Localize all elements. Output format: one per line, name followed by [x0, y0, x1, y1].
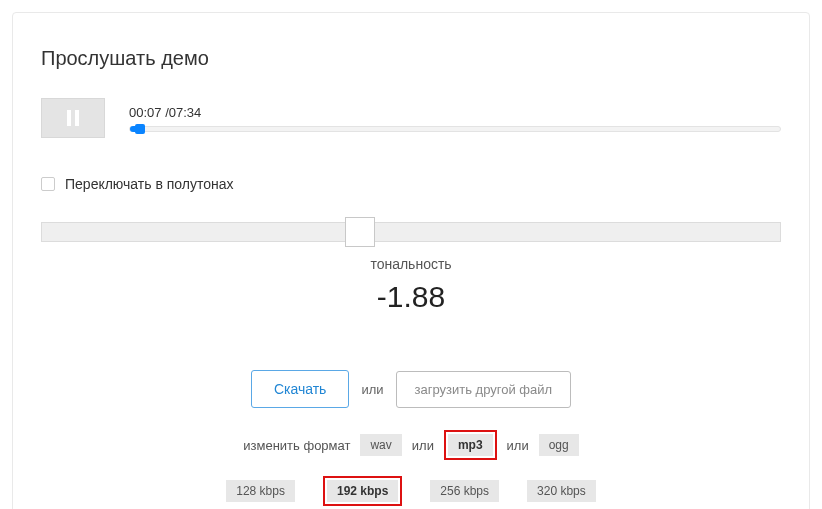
download-button[interactable]: Скачать: [251, 370, 350, 408]
audio-demo-card: Прослушать демо 00:07 /07:34 Переключать…: [12, 12, 810, 509]
time-current: 00:07: [129, 105, 162, 120]
pause-button[interactable]: [41, 98, 105, 138]
tone-value: -1.88: [41, 280, 781, 314]
time-display: 00:07 /07:34: [129, 105, 781, 120]
card-title: Прослушать демо: [41, 47, 781, 70]
bitrate-320[interactable]: 320 kbps: [527, 480, 596, 502]
format-mp3[interactable]: mp3: [448, 434, 493, 456]
or-text-1: или: [361, 382, 383, 397]
or-text-2: или: [412, 438, 434, 453]
time-total: 07:34: [169, 105, 202, 120]
format-wav[interactable]: wav: [360, 434, 401, 456]
or-text-3: или: [507, 438, 529, 453]
semitone-label: Переключать в полутонах: [65, 176, 234, 192]
semitone-row: Переключать в полутонах: [41, 176, 781, 192]
highlight-box-bitrate: 192 kbps: [323, 476, 402, 506]
tone-thumb[interactable]: [345, 217, 375, 247]
progress-thumb[interactable]: [135, 124, 145, 134]
bitrate-row: 128 kbps 192 kbps 256 kbps 320 kbps: [41, 476, 781, 506]
upload-other-button[interactable]: загрузить другой файл: [396, 371, 572, 408]
format-ogg[interactable]: ogg: [539, 434, 579, 456]
player-main: 00:07 /07:34: [129, 105, 781, 132]
format-row: изменить формат wav или mp3 или ogg: [41, 430, 781, 460]
bitrate-192[interactable]: 192 kbps: [327, 480, 398, 502]
bitrate-256[interactable]: 256 kbps: [430, 480, 499, 502]
tone-slider-wrap: тональность -1.88: [41, 222, 781, 314]
tone-label: тональность: [41, 256, 781, 272]
pause-icon: [67, 110, 79, 126]
format-label: изменить формат: [243, 438, 350, 453]
semitone-checkbox[interactable]: [41, 177, 55, 191]
progress-track[interactable]: [129, 126, 781, 132]
tone-slider[interactable]: [41, 222, 781, 242]
time-sep: /: [162, 105, 169, 120]
audio-player: 00:07 /07:34: [41, 98, 781, 138]
bitrate-128[interactable]: 128 kbps: [226, 480, 295, 502]
actions-row: Скачать или загрузить другой файл: [41, 370, 781, 408]
highlight-box-format: mp3: [444, 430, 497, 460]
